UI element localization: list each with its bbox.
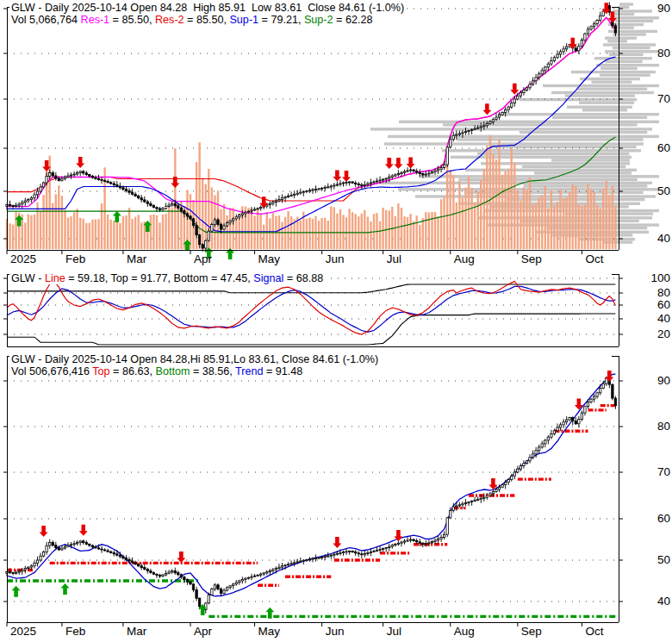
candle-body xyxy=(557,54,558,58)
candle-body xyxy=(15,572,16,573)
y-axis-label: 70 xyxy=(641,465,670,478)
candle-body xyxy=(498,115,500,117)
volume-bar xyxy=(600,209,601,249)
candle-body xyxy=(247,577,249,578)
candle-body xyxy=(58,548,59,550)
candle-body xyxy=(107,551,109,552)
profile-bar xyxy=(619,162,630,165)
candle-body xyxy=(468,502,470,503)
candle-body xyxy=(152,572,154,574)
volume-bar xyxy=(269,218,271,249)
candle-body xyxy=(318,558,320,558)
candle-body xyxy=(358,553,359,554)
volume-bar xyxy=(584,204,586,249)
y-axis-label: 50 xyxy=(641,184,670,197)
candle-body xyxy=(125,558,127,560)
profile-bar xyxy=(619,64,659,66)
candle-body xyxy=(281,566,283,567)
volume-bar xyxy=(152,215,154,249)
candle-body xyxy=(22,203,23,204)
candle-body xyxy=(308,559,310,560)
volume-bar xyxy=(140,222,142,249)
profile-bar xyxy=(619,156,632,159)
volume-bar xyxy=(342,215,344,249)
candle-body xyxy=(110,552,112,552)
top-ohlc-text: GLW - Daily 2025-10-14 Open 84.28 High 8… xyxy=(11,2,404,14)
volume-bar xyxy=(431,212,432,249)
volume-bar xyxy=(165,214,166,249)
candle-body xyxy=(474,128,476,129)
candle-body xyxy=(602,383,604,388)
top-panel-header-line1: GLW - Daily 2025-10-14 Open 84.28 High 8… xyxy=(9,2,406,14)
candle-body xyxy=(308,190,310,191)
candle-body xyxy=(584,407,586,413)
candle-body xyxy=(419,172,420,174)
candle-body xyxy=(186,580,188,583)
candle-body xyxy=(275,569,277,570)
candle-body xyxy=(578,47,580,51)
candle-body xyxy=(547,64,549,67)
candle-body xyxy=(364,554,365,555)
volume-bar xyxy=(91,220,93,249)
candle-body xyxy=(150,203,152,205)
volume-bar xyxy=(593,192,594,249)
candle-body xyxy=(128,559,130,561)
candle-body xyxy=(122,557,124,558)
candle-body xyxy=(345,183,347,184)
candle-body xyxy=(480,127,482,128)
candle-body xyxy=(544,440,546,444)
candle-body xyxy=(517,96,519,99)
candle-body xyxy=(596,21,598,24)
candle-body xyxy=(150,571,152,573)
candle-body xyxy=(572,417,574,421)
candle-body xyxy=(434,171,436,172)
profile-bar xyxy=(619,128,652,130)
profile-bar xyxy=(384,142,619,145)
x-axis-label: Feb xyxy=(65,252,85,265)
profile-bar xyxy=(619,171,632,174)
candle-body xyxy=(593,24,594,27)
profile-bar xyxy=(524,184,619,187)
volume-bar xyxy=(596,205,598,249)
volume-bar xyxy=(162,215,164,249)
profile-bar xyxy=(619,123,638,126)
candle-body xyxy=(456,506,457,507)
volume-bar xyxy=(612,186,613,249)
y-axis-label: 90 xyxy=(641,374,670,387)
candle-body xyxy=(312,558,314,559)
candle-body xyxy=(437,169,439,171)
volume-bar xyxy=(602,189,604,249)
volume-bar xyxy=(470,188,472,249)
candle-body xyxy=(223,590,225,593)
candle-body xyxy=(395,545,396,545)
volume-bar xyxy=(523,188,525,249)
candle-body xyxy=(458,134,460,134)
profile-bar xyxy=(619,40,627,42)
profile-bar xyxy=(619,78,640,80)
candle-body xyxy=(302,191,304,192)
osc-line-label: Line xyxy=(45,272,65,284)
sell-arrow-icon xyxy=(40,526,48,537)
profile-bar xyxy=(619,67,638,70)
volume-bar xyxy=(520,201,521,249)
candle-body xyxy=(95,178,96,178)
candle-body xyxy=(300,561,302,562)
volume-bar xyxy=(541,195,543,249)
profile-bar xyxy=(619,216,652,219)
candle-body xyxy=(470,129,472,130)
x-axis-label: Apr xyxy=(194,252,212,265)
candle-body xyxy=(131,192,133,194)
candle-body xyxy=(507,107,509,109)
profile-bar xyxy=(619,30,657,33)
volume-bar xyxy=(507,169,509,249)
candle-body xyxy=(409,170,411,171)
volume-bar xyxy=(614,206,616,249)
volume-bar xyxy=(339,209,341,249)
candle-body xyxy=(70,175,72,176)
volume-bar xyxy=(348,209,350,249)
candle-body xyxy=(284,565,286,566)
profile-bar xyxy=(619,33,646,35)
volume-bar xyxy=(526,190,527,249)
x-axis-label: Sep xyxy=(521,252,542,265)
volume-bar xyxy=(12,225,14,250)
